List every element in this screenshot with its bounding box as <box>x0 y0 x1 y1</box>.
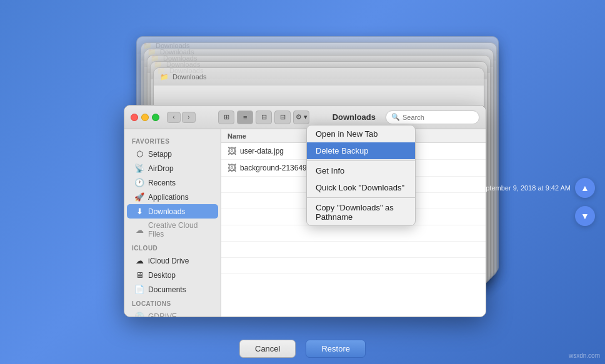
back-button[interactable]: ‹ <box>167 112 181 123</box>
timestamp: September 9, 2018 at 9:42 AM <box>478 184 571 192</box>
empty-row <box>221 258 486 274</box>
documents-icon: 📄 <box>134 285 144 294</box>
icloud-drive-icon: ☁ <box>134 256 144 265</box>
maximize-button[interactable] <box>152 114 159 121</box>
sidebar-item-label: Creative Cloud Files <box>148 221 211 239</box>
sidebar-item-label: iCloud Drive <box>148 257 189 265</box>
sidebar-item-label: Documents <box>148 285 186 294</box>
creative-cloud-icon: ☁ <box>134 225 144 235</box>
scroll-down-button[interactable]: ▼ <box>575 206 595 226</box>
recents-icon: 🕐 <box>134 178 144 187</box>
chevron-down-icon: ▼ <box>581 211 589 221</box>
applications-icon: 🚀 <box>134 192 144 202</box>
sidebar-item-airdrop[interactable]: 📡 AirDrop <box>127 161 218 175</box>
empty-row <box>221 242 486 258</box>
ctx-divider <box>307 160 415 161</box>
file-name: user-data.jpg <box>240 147 284 155</box>
view-list-btn[interactable]: ≡ <box>237 111 253 124</box>
title-bar: ‹ › ⊞ ≡ ⊟ ⊟ ⚙ ▾ Downloads 🔍 <box>124 106 486 129</box>
window-title: Downloads <box>332 112 376 122</box>
ctx-quick-look[interactable]: Quick Look "Downloads" <box>307 179 415 196</box>
sidebar-item-downloads[interactable]: ⬇ Downloads <box>127 204 218 219</box>
sidebar-item-applications[interactable]: 🚀 Applications <box>127 190 218 204</box>
forward-button[interactable]: › <box>182 112 196 123</box>
minimize-button[interactable] <box>141 114 149 121</box>
sidebar-item-documents[interactable]: 📄 Documents <box>127 282 218 297</box>
ctx-delete-backup[interactable]: Delete Backup <box>307 142 415 159</box>
downloads-icon: ⬇ <box>134 207 144 216</box>
scroll-up-button[interactable]: ▲ <box>575 178 595 198</box>
traffic-lights <box>131 114 159 121</box>
sidebar-item-label: Recents <box>148 179 176 187</box>
nav-buttons: ‹ › <box>167 112 196 123</box>
restore-button[interactable]: Restore <box>306 340 366 358</box>
search-input[interactable] <box>402 114 471 121</box>
close-button[interactable] <box>131 114 138 121</box>
sidebar-item-label: Desktop <box>148 271 176 280</box>
setapp-icon: ⬡ <box>134 149 144 159</box>
sidebar-item-gdrive[interactable]: 💿 GDRIVE <box>127 309 218 317</box>
watermark: wsxdn.com <box>569 352 600 359</box>
sidebar-item-setapp[interactable]: ⬡ Setapp <box>127 147 218 161</box>
gdrive-icon: 💿 <box>134 312 144 317</box>
ctx-divider-2 <box>307 197 415 198</box>
empty-row <box>221 225 486 242</box>
view-icon-btn[interactable]: ⊞ <box>218 111 234 124</box>
sidebar-item-label: Downloads <box>148 207 185 216</box>
file-icon: 🖼 <box>228 163 236 173</box>
sidebar-item-desktop[interactable]: 🖥 Desktop <box>127 268 218 282</box>
context-menu: Open in New Tab Delete Backup Get Info Q… <box>306 125 416 226</box>
view-gallery-btn[interactable]: ⊟ <box>274 111 291 124</box>
cancel-button[interactable]: Cancel <box>239 340 296 358</box>
sidebar-item-label: Applications <box>148 193 189 202</box>
sidebar-item-creative-cloud[interactable]: ☁ Creative Cloud Files <box>127 219 218 241</box>
gear-button[interactable]: ⚙ ▾ <box>293 111 309 124</box>
window-body: Favorites ⬡ Setapp 📡 AirDrop 🕐 Recents 🚀… <box>124 129 486 317</box>
sidebar-item-recents[interactable]: 🕐 Recents <box>127 175 218 190</box>
finder-window: ‹ › ⊞ ≡ ⊟ ⊟ ⚙ ▾ Downloads 🔍 Favorites ⬡ … <box>124 105 486 317</box>
view-column-btn[interactable]: ⊟ <box>256 111 272 124</box>
file-icon: 🖼 <box>228 146 236 156</box>
search-icon: 🔍 <box>391 113 400 121</box>
bottom-bar: Cancel Restore <box>0 333 605 364</box>
locations-section-label: Locations <box>124 297 221 309</box>
ctx-get-info[interactable]: Get Info <box>307 162 415 179</box>
ctx-copy-pathname[interactable]: Copy "Downloads" as Pathname <box>307 199 415 225</box>
sidebar-item-icloud-drive[interactable]: ☁ iCloud Drive <box>127 253 218 268</box>
favorites-section-label: Favorites <box>124 134 221 147</box>
sidebar: Favorites ⬡ Setapp 📡 AirDrop 🕐 Recents 🚀… <box>124 129 221 317</box>
airdrop-icon: 📡 <box>134 164 144 173</box>
sidebar-item-label: AirDrop <box>148 164 174 173</box>
search-box[interactable]: 🔍 <box>386 111 479 124</box>
icloud-section-label: iCloud <box>124 241 221 253</box>
sidebar-item-label: GDRIVE <box>148 312 177 317</box>
ctx-open-new-tab[interactable]: Open in New Tab <box>307 125 415 142</box>
sidebar-item-label: Setapp <box>148 150 172 159</box>
desktop-icon: 🖥 <box>134 270 144 280</box>
chevron-up-icon: ▲ <box>581 183 589 193</box>
toolbar: ⊞ ≡ ⊟ ⊟ ⚙ ▾ <box>201 111 328 124</box>
